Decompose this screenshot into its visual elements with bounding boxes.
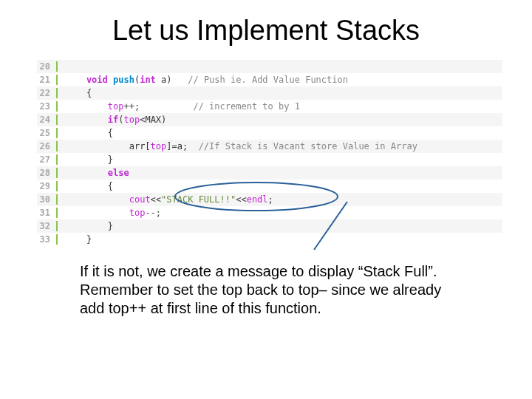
code-line: 20	[37, 60, 502, 73]
code-content: cout<<"STACK FULL!!"<<endl;	[58, 194, 502, 205]
code-line: 33 }	[37, 233, 502, 246]
line-number: 23	[37, 101, 58, 112]
code-content: void push(int a) // Push ie. Add Value F…	[58, 75, 502, 85]
code-content: arr[top]=a; //If Stack is Vacant store V…	[58, 141, 502, 151]
code-content: top++; // increment to by 1	[58, 101, 502, 112]
code-line: 25 {	[37, 126, 502, 140]
code-line: 26 arr[top]=a; //If Stack is Vacant stor…	[37, 140, 502, 153]
line-number: 30	[37, 194, 58, 205]
line-number: 22	[37, 88, 58, 98]
code-content: }	[58, 221, 502, 231]
line-number: 27	[37, 154, 58, 165]
line-number: 21	[37, 75, 58, 85]
line-number: 26	[37, 141, 58, 151]
code-line: 31 top--;	[37, 206, 502, 219]
code-line: 29 {	[37, 180, 502, 193]
line-number: 24	[37, 115, 58, 125]
line-number: 33	[37, 234, 58, 245]
line-number: 25	[37, 128, 58, 138]
slide: Let us Implement Stacks 2021 void push(i…	[0, 0, 532, 399]
code-content: }	[58, 154, 502, 165]
explanation-text: If it is not, we create a message to dis…	[80, 262, 452, 318]
explanation-line-2: Remember to set the top back to top– sin…	[80, 281, 452, 318]
slide-title: Let us Implement Stacks	[0, 15, 532, 47]
code-content: {	[58, 128, 502, 138]
code-content: {	[58, 181, 502, 191]
code-block: 2021 void push(int a) // Push ie. Add Va…	[37, 60, 502, 246]
code-content: {	[58, 88, 502, 98]
code-content: if(top<MAX)	[58, 115, 502, 125]
code-line: 22 {	[37, 86, 502, 100]
line-number: 32	[37, 221, 58, 231]
line-number: 28	[37, 168, 58, 178]
code-line: 23 top++; // increment to by 1	[37, 100, 502, 113]
code-content: top--;	[58, 208, 502, 218]
code-content: else	[58, 168, 502, 178]
line-number: 20	[37, 61, 58, 72]
code-line: 24 if(top<MAX)	[37, 113, 502, 126]
explanation-line-1: If it is not, we create a message to dis…	[80, 262, 452, 281]
code-content: }	[58, 234, 502, 245]
code-line: 21 void push(int a) // Push ie. Add Valu…	[37, 73, 502, 86]
code-line: 32 }	[37, 219, 502, 233]
line-number: 29	[37, 181, 58, 191]
code-line: 28 else	[37, 166, 502, 180]
code-line: 27 }	[37, 153, 502, 166]
code-line: 30 cout<<"STACK FULL!!"<<endl;	[37, 193, 502, 206]
line-number: 31	[37, 208, 58, 218]
